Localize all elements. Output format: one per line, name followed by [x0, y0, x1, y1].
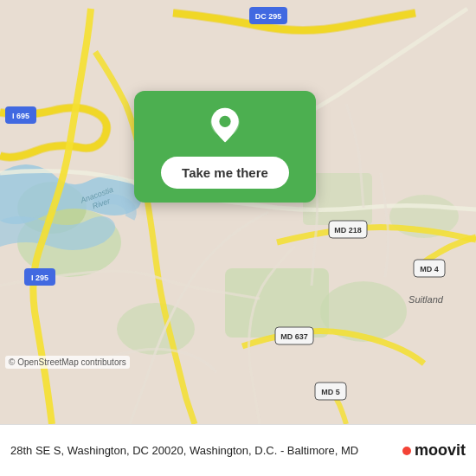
svg-point-6: [117, 303, 195, 355]
svg-text:I 695: I 695: [12, 112, 29, 120]
svg-text:I 295: I 295: [31, 273, 48, 282]
osm-credit: © OpenStreetMap contributors: [5, 356, 130, 369]
moovit-logo: moovit: [402, 441, 466, 460]
svg-text:MD 218: MD 218: [334, 226, 362, 235]
location-pin-icon: [204, 106, 246, 148]
popup-card: Take me there: [134, 91, 316, 203]
moovit-dot: [402, 447, 411, 455]
svg-text:MD 5: MD 5: [321, 388, 340, 396]
take-me-there-button[interactable]: Take me there: [161, 157, 289, 189]
svg-text:MD 4: MD 4: [420, 265, 439, 273]
svg-text:DC 295: DC 295: [255, 12, 282, 21]
map-container: DC 295 I 695 I 295 MD 218 MD 4 MD 637 MD…: [0, 0, 476, 424]
svg-text:MD 637: MD 637: [280, 332, 308, 341]
svg-point-26: [219, 116, 230, 127]
bottom-bar: 28th SE S, Washington, DC 20020, Washing…: [0, 424, 476, 476]
moovit-brand-text: moovit: [415, 441, 466, 460]
address-text: 28th SE S, Washington, DC 20020, Washing…: [10, 444, 396, 457]
svg-text:Suitland: Suitland: [408, 294, 444, 305]
